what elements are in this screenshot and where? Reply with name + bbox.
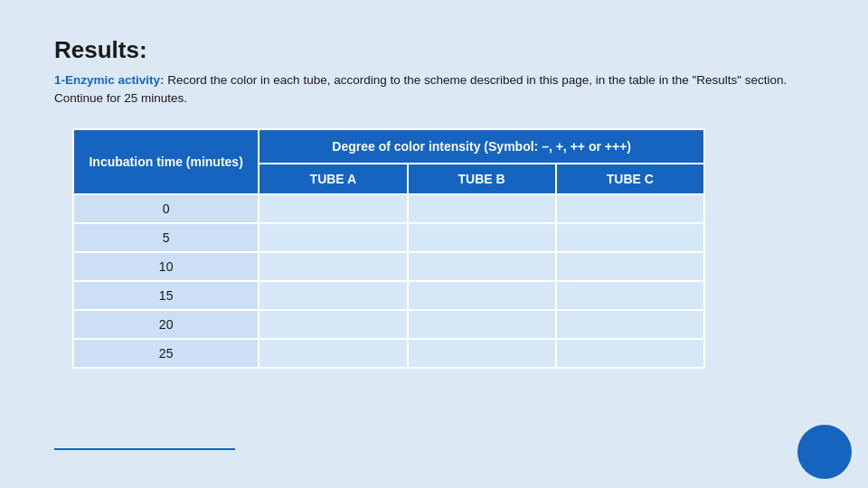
description: 1-Enzymic activity: Record the color in … (54, 71, 814, 108)
title-text: Results: (54, 36, 147, 63)
time-cell: 20 (73, 310, 259, 339)
table-header-row-1: Incubation time (minutes) Degree of colo… (73, 129, 704, 164)
description-text: Record the color in each tube, according… (54, 73, 787, 105)
tube-c-cell (556, 194, 704, 223)
tube-c-cell (556, 281, 704, 310)
tube-b-cell (408, 281, 556, 310)
section-label: 1-Enzymic activity: (54, 73, 165, 87)
page: Results: 1-Enzymic activity: Record the … (0, 0, 868, 488)
results-table: Incubation time (minutes) Degree of colo… (72, 128, 705, 369)
tube-a-cell (259, 223, 407, 252)
time-cell: 5 (73, 223, 259, 252)
bottom-line (54, 448, 235, 450)
table-row: 15 (73, 281, 704, 310)
tube-c-cell (556, 252, 704, 281)
tube-b-cell (408, 252, 556, 281)
table-row: 5 (73, 223, 704, 252)
tube-a-cell (259, 310, 407, 339)
tube-c-cell (556, 223, 704, 252)
tube-c-cell (556, 310, 704, 339)
time-cell: 0 (73, 194, 259, 223)
tube-c-cell (556, 339, 704, 368)
page-title: Results: (54, 36, 814, 64)
tube-a-cell (259, 281, 407, 310)
bottom-circle-decoration (797, 425, 852, 479)
tube-b-cell (408, 339, 556, 368)
tube-c-header: TUBE C (556, 164, 704, 194)
table-row: 10 (73, 252, 704, 281)
table-row: 20 (73, 310, 704, 339)
table-row: 25 (73, 339, 704, 368)
tube-b-cell (408, 194, 556, 223)
tube-a-cell (259, 252, 407, 281)
table-body: 0510152025 (73, 194, 704, 368)
tube-a-header: TUBE A (259, 164, 407, 194)
tube-b-cell (408, 223, 556, 252)
tube-b-header: TUBE B (408, 164, 556, 194)
time-cell: 15 (73, 281, 259, 310)
incubation-time-header: Incubation time (minutes) (73, 129, 259, 194)
table-row: 0 (73, 194, 704, 223)
color-intensity-header: Degree of color intensity (Symbol: –, +,… (259, 129, 704, 164)
time-cell: 25 (73, 339, 259, 368)
time-cell: 10 (73, 252, 259, 281)
tube-a-cell (259, 339, 407, 368)
tube-b-cell (408, 310, 556, 339)
tube-a-cell (259, 194, 407, 223)
